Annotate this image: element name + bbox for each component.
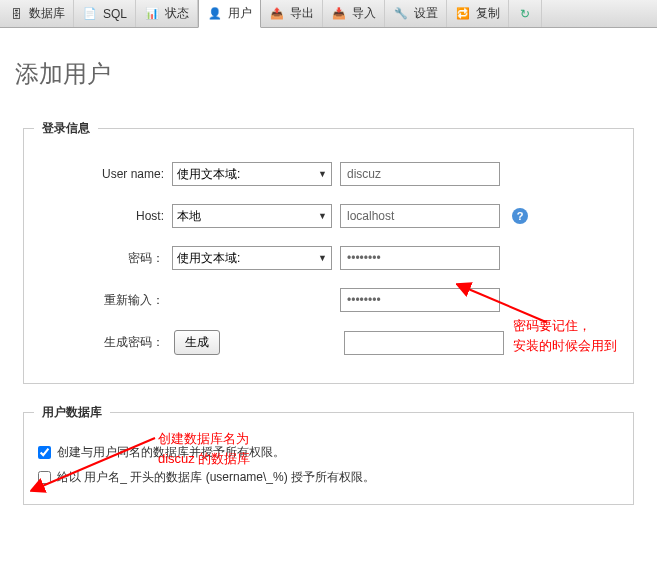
create-same-name-db-checkbox[interactable] [38,446,51,459]
tab-label: 导入 [352,5,376,22]
import-icon [331,6,347,22]
grant-prefix-db-row: 给以 用户名_ 开头的数据库 (username\_%) 授予所有权限。 [38,469,619,486]
generate-label: 生成密码： [34,334,164,351]
annotation-password-note: 密码要记住， 安装的时候会用到 [513,316,617,355]
user-db-legend: 用户数据库 [34,404,110,421]
tab-import[interactable]: 导入 [323,0,385,27]
password-field[interactable] [340,246,500,270]
tab-label: 用户 [228,5,252,22]
tab-label: 数据库 [29,5,65,22]
tab-label: SQL [103,7,127,21]
username-label: User name: [34,167,164,181]
replication-icon [455,6,471,22]
page-title: 添加用户 [15,58,642,90]
password-row: 密码： 使用文本域: ▼ [34,246,623,270]
username-row: User name: 使用文本域: ▼ [34,162,623,186]
host-row: Host: 本地 ▼ ? [34,204,623,228]
tab-settings[interactable]: 设置 [385,0,447,27]
tab-status[interactable]: 状态 [136,0,198,27]
tab-sql[interactable]: SQL [74,0,136,27]
tab-label: 设置 [414,5,438,22]
create-same-name-db-row: 创建与用户同名的数据库并授予所有权限。 [38,444,619,461]
login-info-legend: 登录信息 [34,120,98,137]
tab-label: 导出 [290,5,314,22]
host-field[interactable] [340,204,500,228]
user-db-fieldset: 用户数据库 创建与用户同名的数据库并授予所有权限。 给以 用户名_ 开头的数据库… [23,404,634,505]
password-select[interactable]: 使用文本域: ▼ [172,246,332,270]
tab-replication[interactable]: 复制 [447,0,509,27]
chevron-down-icon: ▼ [318,253,327,263]
tab-sync[interactable]: ↻ [509,0,542,27]
tab-database[interactable]: 数据库 [0,0,74,27]
help-icon[interactable]: ? [512,208,528,224]
password-select-value: 使用文本域: [177,250,240,267]
tab-users[interactable]: 用户 [198,0,261,28]
database-icon [8,6,24,22]
chevron-down-icon: ▼ [318,169,327,179]
retype-field[interactable] [340,288,500,312]
generate-field[interactable] [344,331,504,355]
settings-icon [393,6,409,22]
tab-export[interactable]: 导出 [261,0,323,27]
host-select-value: 本地 [177,208,201,225]
annotation-db-note: 创建数据库名为 discuz 的数据库 [158,429,250,468]
sql-icon [82,6,98,22]
top-tabs: 数据库 SQL 状态 用户 导出 导入 设置 复制 ↻ [0,0,657,28]
checkbox2-label: 给以 用户名_ 开头的数据库 (username\_%) 授予所有权限。 [57,469,375,486]
sync-icon: ↻ [517,6,533,22]
chevron-down-icon: ▼ [318,211,327,221]
username-field[interactable] [340,162,500,186]
username-select[interactable]: 使用文本域: ▼ [172,162,332,186]
tab-label: 状态 [165,5,189,22]
status-icon [144,6,160,22]
grant-prefix-db-checkbox[interactable] [38,471,51,484]
tab-label: 复制 [476,5,500,22]
password-label: 密码： [34,250,164,267]
retype-label: 重新输入： [34,292,164,309]
retype-row: 重新输入： [34,288,623,312]
users-icon [207,6,223,22]
generate-button[interactable]: 生成 [174,330,220,355]
export-icon [269,6,285,22]
username-select-value: 使用文本域: [177,166,240,183]
host-select[interactable]: 本地 ▼ [172,204,332,228]
host-label: Host: [34,209,164,223]
